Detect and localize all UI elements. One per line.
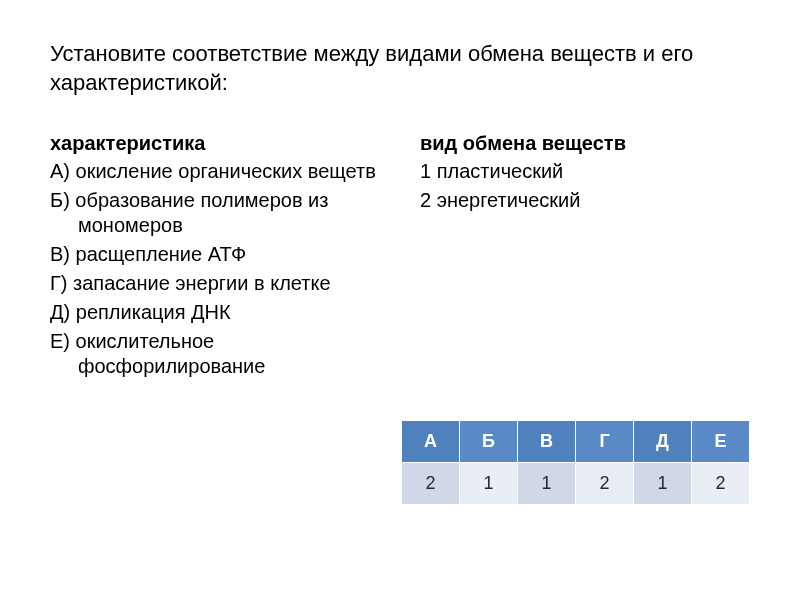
char-text: окислительное фосфорилирование: [76, 330, 266, 377]
char-letter: Е): [50, 330, 70, 352]
char-item-g: Г) запасание энергии в клетке: [50, 271, 380, 296]
right-column: вид обмена веществ 1 пластический 2 энер…: [420, 132, 750, 383]
answer-header-cell: А: [402, 421, 460, 463]
char-text: окисление органических вещетв: [76, 160, 376, 182]
answer-header-cell: Г: [576, 421, 634, 463]
char-item-v: В) расщепление АТФ: [50, 242, 380, 267]
answer-value-cell: 1: [634, 463, 692, 505]
answer-value-cell: 2: [576, 463, 634, 505]
char-item-d: Д) репликация ДНК: [50, 300, 380, 325]
char-letter: Б): [50, 189, 70, 211]
answer-value-cell: 1: [518, 463, 576, 505]
answer-value-cell: 1: [460, 463, 518, 505]
task-title: Установите соответствие между видами обм…: [50, 40, 750, 97]
char-item-e: Е) окислительное фосфорилирование: [50, 329, 380, 379]
type-num: 1: [420, 160, 431, 182]
left-heading: характеристика: [50, 132, 380, 155]
char-text: репликация ДНК: [76, 301, 231, 323]
answer-header-cell: Е: [692, 421, 750, 463]
answer-header-cell: В: [518, 421, 576, 463]
right-heading: вид обмена веществ: [420, 132, 750, 155]
char-text: запасание энергии в клетке: [73, 272, 331, 294]
answer-value-row: 2 1 1 2 1 2: [402, 463, 750, 505]
char-letter: Д): [50, 301, 70, 323]
char-letter: Г): [50, 272, 68, 294]
char-item-a: А) окисление органических вещетв: [50, 159, 380, 184]
answer-table: А Б В Г Д Е 2 1 1 2 1 2: [401, 420, 750, 505]
left-column: характеристика А) окисление органических…: [50, 132, 380, 383]
answer-value-cell: 2: [692, 463, 750, 505]
type-num: 2: [420, 189, 431, 211]
char-letter: В): [50, 243, 70, 265]
answer-header-cell: Б: [460, 421, 518, 463]
type-item-1: 1 пластический: [420, 159, 750, 184]
char-text: образование полимеров из мономеров: [75, 189, 328, 236]
answer-value-cell: 2: [402, 463, 460, 505]
answer-header-cell: Д: [634, 421, 692, 463]
answer-header-row: А Б В Г Д Е: [402, 421, 750, 463]
type-text: пластический: [437, 160, 564, 182]
char-letter: А): [50, 160, 70, 182]
char-text: расщепление АТФ: [76, 243, 247, 265]
char-item-b: Б) образование полимеров из мономеров: [50, 188, 380, 238]
type-text: энергетический: [437, 189, 581, 211]
content-columns: характеристика А) окисление органических…: [50, 132, 750, 383]
type-item-2: 2 энергетический: [420, 188, 750, 213]
